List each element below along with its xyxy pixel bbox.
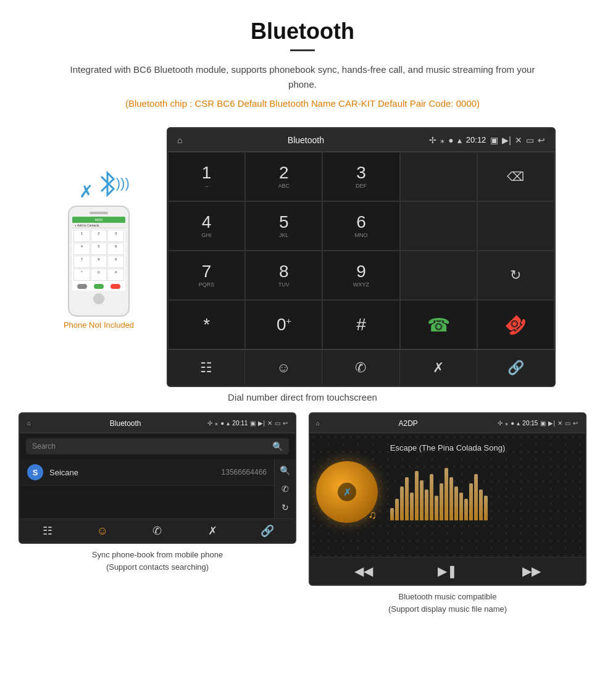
- search-icon: 🔍: [272, 441, 283, 451]
- call-answer-button[interactable]: ☎: [400, 300, 477, 349]
- music-topbar: ⌂ A2DP ✢ ⁎ ● ▴ 20:15 ▣ ▶| ✕ ▭ ↩: [310, 414, 585, 433]
- phone-device: M820 + Add to Contacts 1 2 3 4 5 6 7 8 9…: [68, 206, 130, 317]
- phonebook-item: ⌂ Bluetooth ✢ ⁎ ● ▴ 20:11 ▣ ▶| ✕ ▭ ↩ Sea…: [19, 412, 296, 615]
- page-header: Bluetooth Integrated with BC6 Bluetooth …: [0, 0, 605, 127]
- pb-bt-menu-icon: ✗: [208, 524, 217, 538]
- phone-key-9: 9: [107, 256, 124, 268]
- grid-view-button[interactable]: ☷: [168, 350, 245, 386]
- refresh-icon: ↻: [510, 267, 521, 283]
- eq-bar: [469, 483, 473, 520]
- back-icon: ↩: [538, 135, 545, 145]
- dial-key-hash[interactable]: #: [322, 300, 399, 349]
- eq-bar: [405, 477, 409, 520]
- pb-loc-icon: ●: [220, 420, 224, 427]
- eq-bar: [444, 468, 448, 520]
- dial-key-9[interactable]: 9 WXYZ: [322, 251, 399, 300]
- eq-bar: [454, 486, 458, 520]
- search-placeholder: Search: [32, 442, 56, 451]
- call-end-button[interactable]: ☎: [477, 300, 554, 349]
- dial-key-4[interactable]: 4 GHI: [168, 201, 245, 251]
- dial-key-6[interactable]: 6 MNO: [322, 201, 399, 251]
- bluetooth-specs: (Bluetooth chip : CSR BC6 Default Blueto…: [12, 98, 593, 109]
- bluetooth-status-icon: ⁎: [440, 135, 444, 145]
- play-pause-button[interactable]: ▶❚: [438, 564, 457, 578]
- dialpad-bottom-bar: ☷ ☺ ✆ ✗ 🔗: [168, 349, 554, 386]
- phone-call-btn: [94, 284, 104, 289]
- dial-letters-2: ABC: [278, 183, 290, 189]
- music-vol-icon: ▶|: [548, 420, 555, 427]
- bluetooth-menu-button[interactable]: ✗: [400, 350, 477, 386]
- eq-bar: [440, 483, 443, 520]
- dial-num-0: 0+: [277, 316, 291, 333]
- phone-key-7: 7: [73, 256, 90, 268]
- pb-screen-title: Bluetooth: [44, 419, 206, 428]
- pb-call-action-icon[interactable]: ✆: [282, 484, 289, 494]
- phonebook-search-bar[interactable]: Search 🔍: [26, 438, 289, 454]
- pb-bt-btn[interactable]: ✗: [185, 524, 240, 538]
- pb-time: 20:11: [232, 420, 248, 427]
- eq-bar: [484, 496, 488, 520]
- phone-keypad: 1 2 3 4 5 6 7 8 9 * 0 #: [72, 228, 125, 282]
- dial-key-3[interactable]: 3 DEF: [322, 152, 399, 201]
- next-track-button[interactable]: ▶▶: [522, 564, 541, 578]
- topbar-time: 20:12: [466, 135, 486, 144]
- phone-screen: M820 + Add to Contacts 1 2 3 4 5 6 7 8 9…: [72, 217, 125, 291]
- phone-key-hash: #: [107, 269, 124, 281]
- phonebook-right-actions: 🔍 ✆ ↻: [274, 459, 295, 519]
- music-back-icon: ↩: [573, 420, 578, 427]
- pb-handset-icon: ✆: [152, 524, 162, 538]
- page-description: Integrated with BC6 Bluetooth module, su…: [68, 62, 537, 92]
- pb-link-btn[interactable]: 🔗: [240, 524, 295, 538]
- eq-bar: [430, 474, 433, 520]
- pb-back-icon: ↩: [283, 420, 288, 427]
- lower-section: ⌂ Bluetooth ✢ ⁎ ● ▴ 20:11 ▣ ▶| ✕ ▭ ↩ Sea…: [0, 412, 605, 615]
- home-icon: ⌂: [177, 135, 182, 145]
- eq-bar: [400, 486, 404, 520]
- contact-row[interactable]: S Seicane 13566664466: [20, 459, 274, 486]
- refresh-button[interactable]: ↻: [477, 251, 554, 300]
- dial-key-5[interactable]: 5 JKL: [245, 201, 322, 251]
- close-icon: ✕: [515, 135, 522, 145]
- music-bt-icon: ⁎: [505, 420, 508, 427]
- contact-avatar: S: [27, 464, 43, 480]
- eq-bar: [474, 474, 478, 520]
- eq-bar: [390, 508, 394, 520]
- dial-key-8[interactable]: 8 TUV: [245, 251, 322, 300]
- dial-empty-1: [400, 152, 477, 201]
- backspace-button[interactable]: ⌫: [477, 152, 554, 201]
- pb-search-action-icon[interactable]: 🔍: [280, 465, 290, 475]
- dial-num-5: 5: [279, 214, 289, 231]
- music-screen: ⌂ A2DP ✢ ⁎ ● ▴ 20:15 ▣ ▶| ✕ ▭ ↩ Escape (…: [309, 412, 586, 586]
- pb-phone-btn[interactable]: ✆: [130, 524, 185, 538]
- phone-button[interactable]: ✆: [322, 350, 399, 386]
- dial-key-1[interactable]: 1 ⌣: [168, 152, 245, 201]
- dial-key-star[interactable]: *: [168, 300, 245, 349]
- pb-usb-icon: ✢: [207, 420, 212, 427]
- music-loc-icon: ●: [511, 420, 514, 427]
- phone-bottom-buttons: [72, 282, 125, 291]
- eq-bar: [449, 477, 453, 520]
- grid-icon: ☷: [200, 360, 212, 376]
- music-wifi-icon: ▴: [517, 420, 520, 427]
- pb-grid-btn[interactable]: ☷: [20, 524, 75, 538]
- dial-key-0[interactable]: 0+: [245, 300, 322, 349]
- prev-track-button[interactable]: ◀◀: [354, 564, 373, 578]
- pb-cam-icon: ▣: [250, 420, 256, 427]
- contacts-button[interactable]: ☺: [245, 350, 322, 386]
- pb-contacts-btn[interactable]: ☺: [75, 524, 130, 538]
- location-icon: ●: [448, 135, 453, 145]
- dial-key-7[interactable]: 7 PQRS: [168, 251, 245, 300]
- eq-bar: [415, 471, 419, 520]
- phone-key-8: 8: [91, 256, 107, 268]
- dial-num-hash: #: [356, 316, 366, 333]
- contact-number: 13566664466: [222, 468, 267, 477]
- link-button[interactable]: 🔗: [477, 350, 554, 386]
- dial-key-2[interactable]: 2 ABC: [245, 152, 322, 201]
- music-time: 20:15: [522, 420, 538, 427]
- contact-name: Seicane: [49, 468, 222, 477]
- pb-refresh-action-icon[interactable]: ↻: [282, 502, 289, 512]
- phone-key-star: *: [73, 269, 90, 281]
- pb-home-icon: ⌂: [27, 420, 31, 427]
- dial-letters-9: WXYZ: [353, 281, 369, 288]
- phone-key-3: 3: [107, 230, 124, 242]
